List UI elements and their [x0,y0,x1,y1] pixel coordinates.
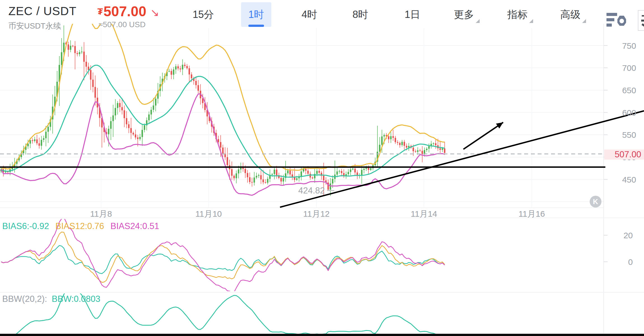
bbw-value: BBW:0.0803 [52,294,100,304]
down-right-arrow-icon: ↘ [150,7,159,18]
symbol-subtitle: 币安USDT永续 [8,21,61,31]
date-tick-label: 11月10 [186,208,231,220]
last-price: ₮507.00↘ [97,3,159,20]
low-price-annotation: 424.82 [283,186,325,196]
tab-timeframe-2[interactable]: 1时 [241,2,271,27]
date-tick-label: 11月12 [294,208,339,220]
candlestick-chart[interactable] [0,0,644,336]
tab-timeframe-3[interactable]: 4时 [294,2,325,27]
price-tick-label: 750 [605,41,636,51]
bias6-value: BIAS6:-0.92 [2,221,49,231]
bias12-value: BIAS12:0.76 [55,221,104,231]
last-price-value: 507.00 [104,4,146,19]
bias-indicator-readout: BIAS6:-0.92 BIAS12:0.76 BIAS24:0.51 [2,221,159,231]
tab-timeframe-4[interactable]: 8时 [345,2,375,27]
currency-prefix: ₮ [97,6,103,17]
bbw-title: BBW(20,2): [2,294,47,304]
tab-timeframe-6[interactable]: 更多 [447,2,481,27]
cut-off-toolbar-button[interactable] [638,10,644,31]
tab-timeframe-5[interactable]: 1日 [397,2,428,27]
price-tick-label: 700 [605,63,636,73]
price-tick-label: 450 [605,175,636,185]
date-tick-label: 11月16 [509,208,554,220]
k-watermark-icon: K [590,196,601,207]
price-usd-equivalent: ≈507.00 USD [99,20,146,29]
chart-settings-icon[interactable] [606,12,627,29]
low-annotation-dash [327,190,334,191]
trading-chart-screen: ZEC / USDT 币安USDT永续 ₮507.00↘ ≈507.00 USD… [0,0,644,336]
dropdown-triangle-icon [476,19,480,23]
price-tick-label: 650 [605,86,636,95]
current-price-badge: 507.00 [604,150,644,160]
bias24-value: BIAS24:0.51 [110,221,159,231]
dropdown-triangle-icon [582,19,586,23]
tab-timeframe-1[interactable]: 15分 [185,2,221,27]
dropdown-triangle-icon [529,19,533,23]
symbol-title: ZEC / USDT [8,4,76,18]
price-tick-label: 600 [605,108,636,118]
tab-timeframe-7[interactable]: 指标 [500,2,535,27]
price-tick-label: 550 [605,130,636,140]
bbw-indicator-readout: BBW(20,2): BBW:0.0803 [2,294,100,304]
tab-timeframe-8[interactable]: 高级 [553,2,588,27]
date-tick-label: 11月8 [79,208,123,220]
selected-tab-underline [248,25,264,27]
bias-tick-label: 20 [605,231,633,240]
bias-tick-label: 0 [605,257,633,267]
date-tick-label: 11月14 [402,208,446,220]
bottom-black-bar [0,334,644,336]
